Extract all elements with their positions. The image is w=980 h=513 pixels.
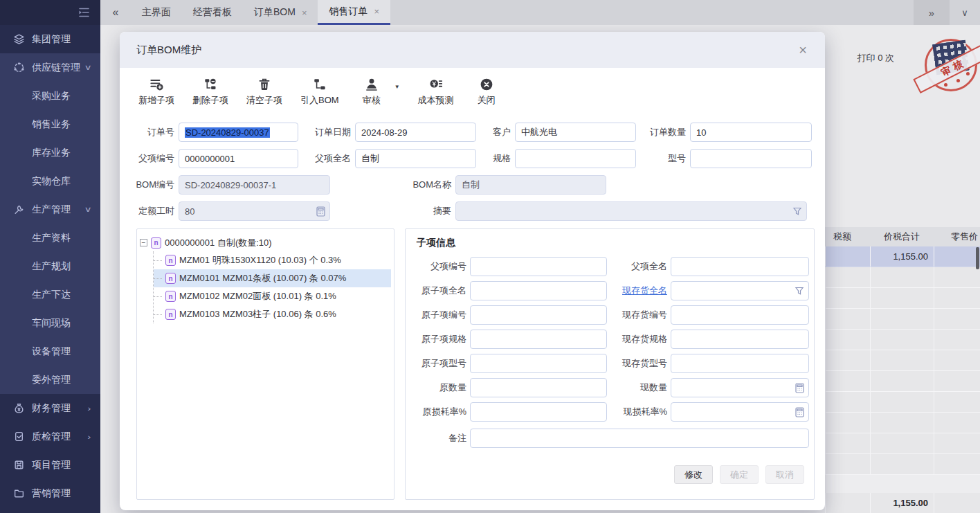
sidebar-item-production-mgmt[interactable]: 生产管理 ∨ — [0, 195, 100, 224]
sidebar-item-finance-mgmt[interactable]: 财务管理 › — [0, 394, 100, 422]
sidebar-item-shop-floor[interactable]: 车间现场 — [0, 309, 100, 337]
tab-sales-order[interactable]: 销售订单 × — [318, 0, 390, 25]
detail-parent-no-input[interactable] — [470, 257, 607, 276]
tree-node-mzm0101-selected[interactable]: n MZM0101 MZM01条板 (10.007) 条 0.07% — [154, 269, 391, 287]
grid-row-selected[interactable]: 1,155.00 — [825, 246, 980, 267]
grid-row-empty[interactable] — [825, 309, 980, 330]
grid-footer-gap — [825, 475, 980, 493]
detail-cur-stock-model-input[interactable] — [671, 354, 809, 373]
sidebar-item-supply-chain[interactable]: 供应链管理 ∨ — [0, 53, 100, 82]
node-icon: n — [165, 273, 176, 284]
grid-row-empty[interactable] — [825, 371, 980, 392]
tabs-scroll-right-button[interactable]: » — [914, 0, 950, 25]
detail-cur-stock-name-input[interactable] — [671, 281, 809, 300]
sidebar-item-project-mgmt[interactable]: 项目管理 — [0, 451, 100, 479]
filter-icon[interactable] — [795, 286, 804, 298]
sidebar-item-label: 质检管理 — [32, 431, 71, 443]
tree-collapse-icon[interactable]: − — [140, 239, 147, 246]
quota-hours-input: 80 — [179, 201, 330, 221]
cancel-button[interactable]: 取消 — [765, 465, 804, 484]
grid-scrollbar-thumb[interactable] — [976, 247, 979, 269]
tree-node-mzm0102[interactable]: n MZM0102 MZM02面板 (10.01) 条 0.1% — [154, 287, 391, 305]
sidebar-item-production-data[interactable]: 生产资料 — [0, 224, 100, 252]
order-no-input[interactable]: SD-20240829-00037 — [179, 123, 298, 142]
grid-header-retail-price[interactable]: 零售价 — [934, 227, 980, 246]
tree-node-mzm0103[interactable]: n MZM0103 MZM03柱子 (10.06) 条 0.6% — [154, 305, 391, 323]
detail-orig-qty-input[interactable] — [470, 378, 607, 397]
detail-orig-item-name-input[interactable] — [470, 281, 607, 300]
close-icon[interactable]: × — [799, 43, 807, 57]
close-icon[interactable]: × — [374, 6, 379, 17]
sidebar-item-production-release[interactable]: 生产下达 — [0, 280, 100, 309]
grid-row-empty[interactable] — [825, 413, 980, 433]
modify-button[interactable]: 修改 — [674, 465, 713, 484]
tab-home[interactable]: 主界面 — [131, 0, 182, 25]
detail-remark-input[interactable] — [470, 429, 809, 448]
import-bom-button[interactable]: 引入BOM — [300, 77, 339, 107]
detail-cur-stock-name-link[interactable]: 现存货全名 — [610, 285, 667, 297]
sidebar-item-label: 生产管理 — [32, 204, 71, 216]
parent-name-input[interactable]: 自制 — [355, 149, 476, 168]
grid-row-empty[interactable] — [825, 392, 980, 413]
order-date-input[interactable]: 2024-08-29 — [355, 123, 476, 142]
sidebar-item-sales[interactable]: 销售业务 — [0, 110, 100, 138]
tabs-menu-button[interactable]: ∨ — [950, 0, 980, 25]
detail-orig-item-model-input[interactable] — [470, 354, 607, 373]
sidebar-item-inventory[interactable]: 库存业务 — [0, 138, 100, 167]
delete-subitem-button[interactable]: 删除子项 — [192, 77, 228, 107]
calculator-icon[interactable] — [795, 407, 804, 420]
detail-cur-loss-rate-input[interactable] — [671, 402, 809, 422]
sidebar-item-group-mgmt[interactable]: 集团管理 — [0, 25, 100, 53]
calculator-icon[interactable] — [316, 206, 325, 219]
sidebar-item-quality-mgmt[interactable]: 质检管理 › — [0, 422, 100, 451]
sidebar-item-equipment-mgmt[interactable]: 设备管理 — [0, 337, 100, 366]
sidebar-item-purchasing[interactable]: 采购业务 — [0, 82, 100, 110]
model-input[interactable] — [690, 149, 812, 168]
add-subitem-button[interactable]: 新增子项 — [138, 77, 174, 107]
tree-root-node[interactable]: − n 0000000001 自制(数量:10) — [140, 234, 391, 251]
confirm-button[interactable]: 确定 — [720, 465, 759, 484]
cost-forecast-button[interactable]: 成本预测 — [418, 77, 454, 107]
audit-dropdown-caret[interactable]: ▼ — [394, 84, 400, 90]
close-dialog-button[interactable]: 关闭 — [472, 77, 501, 107]
detail-parent-name-input[interactable] — [671, 257, 809, 276]
sidebar-item-production-planning[interactable]: 生产规划 — [0, 252, 100, 280]
audit-button[interactable]: 审核 — [357, 77, 386, 107]
clipboard-check-icon — [12, 431, 25, 443]
tab-dashboard[interactable]: 经营看板 — [182, 0, 243, 25]
grid-row-empty[interactable] — [825, 267, 980, 288]
calculator-icon[interactable] — [795, 383, 804, 395]
sidebar-item-outsourcing-mgmt[interactable]: 委外管理 — [0, 366, 100, 394]
detail-orig-item-spec-input[interactable] — [470, 330, 607, 349]
tree-node-mzm01[interactable]: n MZM01 明珠1530X1120 (10.03) 个 0.3% — [154, 251, 391, 269]
spec-input[interactable] — [515, 149, 636, 168]
detail-cur-stock-spec-label: 现存货规格 — [610, 333, 667, 345]
grid-row-empty[interactable] — [825, 433, 980, 454]
filter-icon[interactable] — [792, 206, 802, 218]
sidebar-item-physical-warehouse[interactable]: 实物仓库 — [0, 167, 100, 195]
close-icon[interactable]: × — [302, 8, 307, 18]
grid-row-empty[interactable] — [825, 454, 980, 475]
layers-icon — [12, 33, 25, 46]
grid-header-tax[interactable]: 税额 — [825, 227, 870, 246]
detail-cur-qty-input[interactable] — [671, 378, 809, 397]
detail-orig-loss-rate-input[interactable] — [470, 402, 607, 422]
sidebar-item-marketing-mgmt[interactable]: 营销管理 — [0, 479, 100, 507]
grid-row-empty[interactable] — [825, 288, 980, 309]
tabs-scroll-left-button[interactable]: « — [100, 0, 131, 25]
detail-orig-item-no-input[interactable] — [470, 305, 607, 325]
clear-subitems-button[interactable]: 清空子项 — [246, 77, 282, 107]
grid-header-total-with-tax[interactable]: 价税合计 — [870, 227, 934, 246]
model-label: 型号 — [640, 152, 686, 165]
tab-order-bom[interactable]: 订单BOM × — [243, 0, 318, 25]
grid-row-empty[interactable] — [825, 330, 980, 350]
menu-fold-icon[interactable] — [77, 7, 91, 18]
detail-cur-stock-no-input[interactable] — [671, 305, 809, 325]
node-icon: n — [165, 291, 176, 302]
order-no-label: 订单号 — [120, 126, 174, 138]
parent-no-input[interactable]: 0000000001 — [179, 149, 298, 168]
grid-row-empty[interactable] — [825, 350, 980, 371]
order-qty-input[interactable]: 10 — [690, 123, 812, 142]
detail-cur-stock-spec-input[interactable] — [671, 330, 809, 349]
customer-input[interactable]: 中航光电 — [515, 123, 636, 142]
